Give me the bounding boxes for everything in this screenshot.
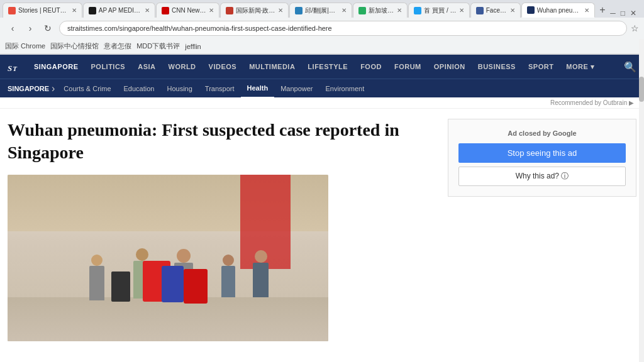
maximize-button[interactable]: □ [621, 9, 625, 18]
breadcrumb-arrow: › [52, 83, 55, 94]
tab-label: CNN Newsource [172, 7, 206, 14]
stop-seeing-ad-button[interactable]: Stop seeing this ad [458, 143, 626, 163]
back-button[interactable]: ‹ [5, 21, 20, 36]
nav-politics[interactable]: POLITICS [84, 55, 131, 79]
person-1 [89, 255, 104, 300]
subnav-singapore[interactable]: SINGAPORE [8, 85, 49, 92]
luggage-red-small [184, 269, 208, 304]
tab-favicon [295, 7, 303, 14]
luggage-blue [162, 266, 184, 302]
tab-label: Wuhan pneumonia ... [537, 7, 582, 14]
tab-close-sg[interactable]: ✕ [397, 7, 402, 14]
tab-label: 首 買買 / Twitter [424, 6, 456, 15]
tab-label: Stories | REUTERS W... [18, 7, 69, 14]
close-window-button[interactable]: ✕ [630, 9, 636, 18]
tab-favicon [162, 7, 169, 14]
tab-label: Facebook [486, 7, 508, 14]
tab-close-reuters[interactable]: ✕ [72, 7, 77, 14]
subnav-health[interactable]: Health [241, 79, 275, 98]
article-image [8, 175, 328, 341]
luggage-dark [111, 272, 130, 302]
nav-buttons: ‹ › ↻ [5, 21, 55, 36]
tab-label: 国际新闻·政治·追击 [236, 6, 275, 15]
bookmark-chrome[interactable]: 国际 Chrome [5, 41, 45, 51]
subnav-housing[interactable]: Housing [160, 79, 198, 98]
tab-close-fb[interactable]: ✕ [510, 7, 515, 14]
top-navigation: ST SINGAPORE POLITICS ASIA WORLD VIDEOS … [0, 55, 644, 79]
tab-favicon [8, 7, 16, 14]
logo-st: ST [8, 63, 18, 73]
tab-favicon [476, 7, 484, 14]
minimize-button[interactable]: ─ [610, 9, 616, 18]
reload-button[interactable]: ↻ [40, 21, 55, 36]
article-title: Wuhan pneumonia: First suspected case re… [8, 119, 438, 165]
tab-favicon [527, 6, 535, 14]
scrollbar-thumb[interactable] [639, 77, 644, 102]
person-head [255, 250, 267, 263]
tab-reuters[interactable]: Stories | REUTERS W... ✕ [3, 3, 82, 18]
outbrain-bar: Recommended by Outbrain ▶ [0, 97, 644, 109]
tab-wuhan[interactable]: Wuhan pneumonia ... ✕ [521, 3, 595, 18]
nav-food[interactable]: FOOD [354, 55, 388, 79]
nav-lifestyle[interactable]: LIFESTYLE [301, 55, 354, 79]
nav-multimedia[interactable]: MULTIMEDIA [243, 55, 301, 79]
bookmark-mdd[interactable]: MDD下载书评 [136, 41, 180, 51]
tab-close-intl2[interactable]: ✕ [341, 7, 347, 14]
nav-world[interactable]: WORLD [162, 55, 203, 79]
subnav-courts-crime[interactable]: Courts & Crime [57, 79, 117, 98]
address-bar: ‹ › ↻ straitstimes.com/singapore/health/… [0, 18, 644, 39]
bookmark-jefflin[interactable]: jefflin [185, 43, 201, 50]
nav-more[interactable]: MORE ▾ [560, 55, 601, 79]
tab-cnn[interactable]: CNN Newsource ✕ [156, 3, 219, 18]
nav-forum[interactable]: FORUM [388, 55, 428, 79]
tab-label: 新加坡情事... [369, 6, 395, 15]
sub-navigation: SINGAPORE › Courts & Crime Education Hou… [0, 79, 644, 97]
nav-singapore[interactable]: SINGAPORE [28, 55, 85, 79]
nav-videos[interactable]: VIDEOS [203, 55, 243, 79]
outbrain-label: Recommended by Outbrain [550, 99, 627, 106]
search-icon[interactable]: 🔍 [624, 61, 636, 73]
sidebar: Ad closed by Google Stop seeing this ad … [448, 119, 636, 341]
tab-close-twitter[interactable]: ✕ [459, 7, 464, 14]
forward-button[interactable]: › [23, 21, 38, 36]
ad-closed-text: Ad closed by [508, 129, 550, 137]
subnav-education[interactable]: Education [118, 79, 161, 98]
person-body [253, 263, 269, 297]
tab-facebook[interactable]: Facebook ✕ [470, 3, 521, 18]
tab-favicon [89, 7, 96, 14]
url-bar[interactable]: straitstimes.com/singapore/health/wuhan-… [59, 21, 627, 36]
tab-ap[interactable]: AP AP MEDIA PORT ✕ [83, 3, 155, 18]
tab-twitter[interactable]: 首 買買 / Twitter ✕ [408, 3, 469, 18]
tab-label: AP AP MEDIA PORT [99, 7, 142, 14]
tab-label: 邱/翻|展|展新闻× [305, 6, 339, 15]
tab-close-cnn[interactable]: ✕ [209, 7, 214, 14]
subnav-transport[interactable]: Transport [199, 79, 241, 98]
site-logo[interactable]: ST [8, 60, 18, 74]
ad-closed-label: Ad closed by Google [458, 129, 626, 137]
nav-asia[interactable]: ASIA [131, 55, 162, 79]
article: Wuhan pneumonia: First suspected case re… [8, 119, 438, 341]
nav-business[interactable]: BUSINESS [472, 55, 522, 79]
tab-close-ap[interactable]: ✕ [145, 7, 150, 14]
subnav-manpower[interactable]: Manpower [274, 79, 319, 98]
browser-chrome: Stories | REUTERS W... ✕ AP AP MEDIA POR… [0, 0, 644, 55]
person-head [177, 249, 191, 263]
nav-opinion[interactable]: OPINION [428, 55, 472, 79]
bookmarks-bar: 国际 Chrome 国际中心情报馆 意者怎假 MDD下载书评 jefflin [0, 39, 644, 54]
floor [8, 297, 328, 341]
scrollbar[interactable] [639, 39, 644, 362]
subnav-environment[interactable]: Environment [319, 79, 370, 98]
bookmark-center[interactable]: 国际中心情报馆 [50, 41, 99, 51]
tab-bar: Stories | REUTERS W... ✕ AP AP MEDIA POR… [0, 0, 644, 18]
tab-close-wuhan[interactable]: ✕ [584, 7, 589, 14]
new-tab-button[interactable]: + [596, 3, 610, 18]
bookmark-yizhe[interactable]: 意者怎假 [104, 41, 131, 51]
tab-intl2[interactable]: 邱/翻|展|展新闻× ✕ [289, 3, 352, 18]
tab-close-intl1[interactable]: ✕ [278, 7, 283, 14]
nav-sport[interactable]: SPORT [522, 55, 560, 79]
airport-background [8, 175, 328, 341]
tab-intl1[interactable]: 国际新闻·政治·追击 ✕ [220, 3, 289, 18]
tab-sg[interactable]: 新加坡情事... ✕ [353, 3, 408, 18]
why-this-ad-button[interactable]: Why this ad? ⓘ [458, 167, 626, 186]
bookmark-star-icon[interactable]: ☆ [631, 23, 639, 33]
